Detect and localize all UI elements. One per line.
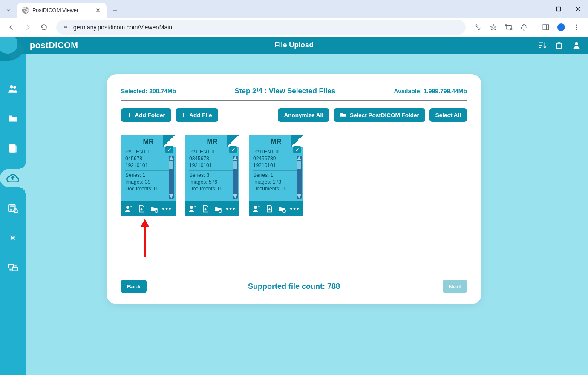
card-actions: ? ••• xyxy=(185,201,239,216)
page-title: File Upload xyxy=(0,41,588,49)
svg-text:?: ? xyxy=(258,205,260,209)
bookmark-icon[interactable] xyxy=(486,20,501,35)
assign-folder-icon[interactable] xyxy=(278,205,286,213)
add-document-icon[interactable] xyxy=(201,205,210,213)
rail-worklist[interactable] xyxy=(3,199,22,217)
brand-text: postDICOM xyxy=(30,40,78,50)
patient-id: 045678 xyxy=(125,155,171,162)
sort-icon[interactable] xyxy=(538,40,547,50)
extensions-icon[interactable] xyxy=(517,20,531,35)
svg-point-17 xyxy=(126,206,129,209)
browser-toolbar: germany.postdicom.com/Viewer/Main xyxy=(0,18,588,37)
series-count: Series: 1 xyxy=(253,170,299,179)
card-actions: ? ••• xyxy=(249,201,303,216)
select-folder-button[interactable]: Select PostDICOM Folder xyxy=(334,108,425,122)
assign-folder-icon[interactable] xyxy=(150,205,159,213)
close-tab-button[interactable] xyxy=(95,7,101,14)
svg-point-8 xyxy=(575,42,578,45)
back-button[interactable]: Back xyxy=(121,280,147,293)
more-icon[interactable]: ••• xyxy=(227,205,235,213)
step-label: Step 2/4 : View Selected Files xyxy=(234,87,335,95)
card-scrollbar[interactable] xyxy=(233,156,238,199)
close-window-button[interactable] xyxy=(568,0,588,18)
profile-button[interactable] xyxy=(554,20,568,35)
btn-label: Next xyxy=(449,283,461,290)
avatar-icon xyxy=(557,23,565,31)
images-count: Images: 39 xyxy=(125,179,171,185)
assign-folder-icon[interactable] xyxy=(214,205,222,213)
images-count: Images: 173 xyxy=(253,179,299,185)
assign-patient-icon[interactable]: ? xyxy=(124,205,133,213)
documents-count: Documents: 0 xyxy=(189,185,235,192)
card-scrollbar[interactable] xyxy=(297,156,302,199)
rail-share[interactable] xyxy=(3,228,22,247)
more-icon[interactable]: ••• xyxy=(291,205,299,213)
svg-text:?: ? xyxy=(130,205,132,209)
app-frame: postDICOM File Upload Selected: 200.74Mb… xyxy=(0,37,588,375)
file-card[interactable]: MR PATIENT II 0345678 19210101 Series: 3… xyxy=(185,135,239,241)
user-icon[interactable] xyxy=(572,40,581,50)
rail-upload[interactable] xyxy=(0,169,26,188)
add-folder-button[interactable]: +Add Folder xyxy=(121,108,171,122)
selected-size: Selected: 200.74Mb xyxy=(121,88,176,95)
modality-label: MR xyxy=(189,138,235,146)
translate-icon[interactable] xyxy=(471,20,485,35)
kebab-menu-button[interactable] xyxy=(569,20,584,35)
card-actions: ? ••• xyxy=(121,201,176,216)
selected-check-icon[interactable] xyxy=(293,146,301,153)
zoom-frame-icon[interactable] xyxy=(502,20,516,35)
address-bar[interactable]: germany.postdicom.com/Viewer/Main xyxy=(56,20,466,35)
svg-point-5 xyxy=(576,24,577,26)
add-document-icon[interactable] xyxy=(265,205,274,213)
browser-tab[interactable]: PostDICOM Viewer xyxy=(17,3,107,18)
next-button[interactable]: Next xyxy=(443,280,467,293)
brand[interactable]: postDICOM xyxy=(30,40,78,50)
anonymize-button[interactable]: Anonymize All xyxy=(278,108,329,122)
rail-folders[interactable] xyxy=(3,109,22,128)
separator xyxy=(535,23,535,32)
forward-button[interactable] xyxy=(20,20,35,35)
app-body: Selected: 200.74Mb Step 2/4 : View Selec… xyxy=(0,54,588,375)
annotation-arrow-icon xyxy=(141,219,149,257)
selected-check-icon[interactable] xyxy=(229,146,237,153)
card-scrollbar[interactable] xyxy=(169,156,174,199)
action-row: +Add Folder +Add File Anonymize All Sele… xyxy=(121,108,467,122)
more-icon[interactable]: ••• xyxy=(163,205,171,213)
add-document-icon[interactable] xyxy=(137,205,146,213)
rail-patients[interactable] xyxy=(3,79,22,98)
patient-dob: 19210101 xyxy=(125,162,171,169)
rail-reports[interactable] xyxy=(3,139,22,158)
file-card[interactable]: MR PATIENT III 02456789 19210101 Series:… xyxy=(249,135,303,241)
series-count: Series: 3 xyxy=(189,170,235,179)
trash-icon[interactable] xyxy=(555,40,564,50)
assign-patient-icon[interactable]: ? xyxy=(252,205,261,213)
folder-icon xyxy=(340,111,346,119)
selected-check-icon[interactable] xyxy=(165,146,173,153)
add-file-button[interactable]: +Add File xyxy=(176,108,218,122)
svg-text:?: ? xyxy=(194,205,196,209)
available-size: Available: 1.999.799.44Mb xyxy=(394,88,467,95)
svg-rect-12 xyxy=(11,146,17,153)
new-tab-button[interactable] xyxy=(109,4,121,16)
reload-button[interactable] xyxy=(37,20,51,35)
upload-panel: Selected: 200.74Mb Step 2/4 : View Selec… xyxy=(107,74,481,304)
minimize-button[interactable] xyxy=(529,0,549,18)
rail-sync[interactable] xyxy=(3,258,22,277)
select-all-button[interactable]: Select All xyxy=(429,108,467,122)
btn-label: Add Folder xyxy=(135,112,165,118)
patient-name: PATIENT III xyxy=(253,148,299,155)
patient-name: PATIENT I xyxy=(125,148,171,155)
maximize-button[interactable] xyxy=(549,0,568,18)
site-info-icon[interactable] xyxy=(61,23,70,32)
file-card[interactable]: MR PATIENT I 045678 19210101 Series: 1 I… xyxy=(121,135,176,241)
svg-point-9 xyxy=(10,85,13,89)
patient-id: 02456789 xyxy=(253,155,299,162)
url-text: germany.postdicom.com/Viewer/Main xyxy=(73,24,172,31)
app-header: postDICOM File Upload xyxy=(0,37,588,54)
assign-patient-icon[interactable]: ? xyxy=(188,205,197,213)
svg-rect-4 xyxy=(543,25,549,30)
back-button[interactable] xyxy=(4,20,19,35)
window-controls xyxy=(529,0,588,18)
sidepanel-icon[interactable] xyxy=(539,20,553,35)
tab-search-button[interactable] xyxy=(3,4,14,16)
